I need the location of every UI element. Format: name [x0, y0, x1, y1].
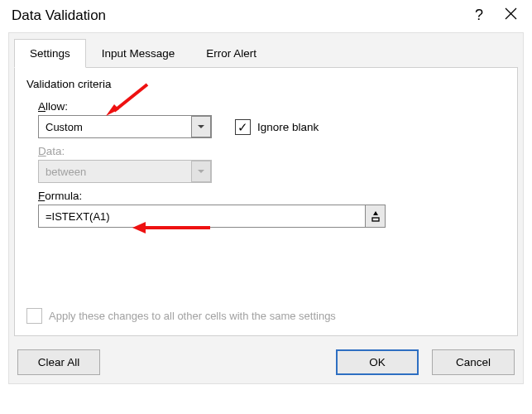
ok-button[interactable]: OK [336, 349, 419, 375]
svg-marker-3 [373, 211, 378, 215]
close-button[interactable] [505, 7, 517, 24]
chevron-down-icon [198, 125, 204, 128]
data-dropdown: between [38, 160, 212, 183]
tab-bar: Settings Input Message Error Alert [9, 33, 523, 67]
formula-label: Formula: [38, 190, 506, 202]
close-icon [505, 7, 517, 20]
range-selector-icon [371, 210, 381, 222]
allow-value: Custom [39, 121, 191, 133]
apply-all-label: Apply these changes to all other cells w… [49, 310, 336, 322]
cancel-button[interactable]: Cancel [432, 349, 515, 375]
data-label: Data: [38, 145, 506, 157]
svg-rect-2 [372, 218, 379, 221]
tab-input-message[interactable]: Input Message [86, 39, 191, 68]
dialog-title: Data Validation [12, 7, 106, 24]
data-value: between [39, 166, 191, 178]
help-button[interactable]: ? [475, 7, 483, 24]
data-dropdown-button [191, 161, 211, 182]
ignore-blank-checkbox[interactable]: ✓ Ignore blank [235, 119, 319, 135]
range-selector-button[interactable] [366, 205, 386, 228]
tab-settings[interactable]: Settings [14, 39, 86, 68]
ignore-blank-label: Ignore blank [257, 121, 319, 133]
clear-all-button[interactable]: Clear All [17, 349, 100, 375]
allow-dropdown-button[interactable] [191, 116, 211, 137]
settings-panel: Validation criteria Allow: Custom ✓ Igno… [14, 67, 518, 336]
allow-dropdown[interactable]: Custom [38, 115, 212, 138]
chevron-down-icon [198, 170, 204, 173]
validation-criteria-label: Validation criteria [26, 78, 506, 90]
formula-input[interactable] [38, 205, 366, 228]
check-icon: ✓ [237, 121, 248, 133]
apply-all-checkbox: Apply these changes to all other cells w… [26, 308, 336, 324]
tab-error-alert[interactable]: Error Alert [190, 39, 272, 68]
allow-label: Allow: [38, 100, 506, 113]
